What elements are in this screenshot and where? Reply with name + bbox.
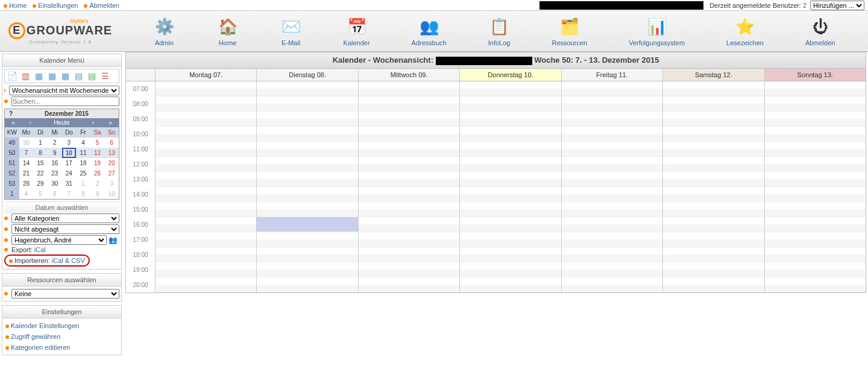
minical-day[interactable]: 20: [104, 158, 119, 168]
day-header[interactable]: Freitag 11.: [561, 69, 662, 81]
hour-cell[interactable]: [257, 142, 357, 157]
hour-cell[interactable]: [359, 96, 459, 112]
hour-cell[interactable]: [562, 81, 662, 96]
hour-cell[interactable]: [663, 172, 764, 187]
hour-cell[interactable]: [663, 232, 764, 247]
hour-cell[interactable]: [257, 81, 357, 96]
hour-cell[interactable]: [765, 232, 866, 247]
hour-cell[interactable]: [562, 187, 662, 202]
hour-cell[interactable]: [562, 157, 662, 172]
minical-day[interactable]: 27: [104, 168, 119, 179]
people-icon[interactable]: 👥: [108, 236, 119, 244]
minical-day[interactable]: 16: [48, 158, 62, 168]
minical-day[interactable]: 3: [104, 179, 119, 189]
hour-cell[interactable]: [156, 202, 256, 217]
hour-cell[interactable]: [765, 172, 866, 187]
hour-cell[interactable]: [765, 112, 866, 127]
app-ressourcen[interactable]: 🗂️Ressourcen: [552, 16, 587, 46]
minical-day[interactable]: 28: [19, 179, 34, 189]
hour-cell[interactable]: [359, 262, 459, 277]
minical-day[interactable]: 4: [19, 189, 34, 199]
hour-cell[interactable]: [156, 172, 256, 187]
hour-cell[interactable]: [359, 157, 459, 172]
minical-next-month[interactable]: ›: [85, 118, 102, 127]
hour-cell[interactable]: [257, 232, 357, 247]
topnav-home[interactable]: Home: [4, 2, 27, 9]
user-select[interactable]: Hagenbruch, André: [11, 235, 107, 245]
hour-cell[interactable]: [562, 217, 662, 232]
day-column[interactable]: [764, 81, 866, 293]
hour-cell[interactable]: [257, 96, 357, 112]
hour-cell[interactable]: [359, 277, 459, 293]
hour-cell[interactable]: [156, 96, 256, 112]
hour-cell[interactable]: [460, 81, 561, 96]
minical-day[interactable]: 11: [76, 148, 90, 158]
hour-cell[interactable]: [663, 127, 764, 142]
users-count[interactable]: 2: [803, 2, 807, 9]
hour-cell[interactable]: [663, 81, 764, 96]
hour-cell[interactable]: [359, 187, 459, 202]
app-verfolgung[interactable]: 📊Verfolgungssystem: [629, 16, 685, 46]
hour-cell[interactable]: [562, 202, 662, 217]
hour-cell[interactable]: [359, 112, 459, 127]
hour-cell[interactable]: [257, 187, 357, 202]
app-email[interactable]: ✉️E-Mail: [280, 16, 302, 46]
minical-day[interactable]: 30: [48, 179, 62, 189]
minical-day[interactable]: 10: [104, 189, 119, 199]
hour-cell[interactable]: [359, 247, 459, 262]
hour-cell[interactable]: [562, 277, 662, 293]
hour-cell[interactable]: [562, 127, 662, 142]
hour-cell[interactable]: [257, 217, 357, 232]
minical-day[interactable]: 13: [104, 148, 119, 158]
day-column[interactable]: [459, 81, 561, 293]
hour-cell[interactable]: [663, 142, 764, 157]
add-select[interactable]: Hinzufügen ...: [810, 1, 864, 10]
minical-day[interactable]: 3: [62, 138, 77, 148]
minical-day[interactable]: 6: [104, 138, 119, 148]
minical-day[interactable]: 24: [62, 168, 77, 179]
minical-day[interactable]: 8: [33, 148, 48, 158]
hour-cell[interactable]: [663, 157, 764, 172]
hour-cell[interactable]: [562, 96, 662, 112]
hour-cell[interactable]: [359, 172, 459, 187]
minical-day[interactable]: 5: [33, 189, 48, 199]
status-select[interactable]: Nicht abgesagt: [11, 224, 119, 234]
hour-cell[interactable]: [765, 187, 866, 202]
minical-day[interactable]: 9: [90, 189, 105, 199]
minical-prev-year[interactable]: «: [5, 118, 22, 127]
hour-cell[interactable]: [156, 217, 256, 232]
settings-link[interactable]: Zugriff gewähren: [11, 333, 60, 340]
hour-cell[interactable]: [765, 262, 866, 277]
hour-cell[interactable]: [359, 217, 459, 232]
hour-cell[interactable]: [663, 187, 764, 202]
minical-day[interactable]: 31: [62, 179, 77, 189]
hour-cell[interactable]: [460, 262, 561, 277]
hour-cell[interactable]: [460, 172, 561, 187]
app-adressbuch[interactable]: 👥Adressbuch: [412, 16, 447, 46]
hour-cell[interactable]: [765, 202, 866, 217]
hour-cell[interactable]: [460, 142, 561, 157]
hour-cell[interactable]: [460, 157, 561, 172]
hour-cell[interactable]: [663, 247, 764, 262]
hour-cell[interactable]: [460, 232, 561, 247]
import-row[interactable]: Importieren: iCal & CSV: [4, 255, 90, 267]
hour-cell[interactable]: [257, 172, 357, 187]
day-header[interactable]: Montag 07.: [155, 69, 256, 81]
week-view-icon[interactable]: ▦: [46, 71, 57, 81]
minical-day[interactable]: 4: [76, 138, 90, 148]
hour-cell[interactable]: [460, 127, 561, 142]
hour-cell[interactable]: [663, 262, 764, 277]
hour-cell[interactable]: [257, 277, 357, 293]
hour-cell[interactable]: [663, 96, 764, 112]
hour-cell[interactable]: [156, 81, 256, 96]
hour-cell[interactable]: [460, 217, 561, 232]
minical-day[interactable]: 19: [90, 158, 105, 168]
app-lesezeichen[interactable]: ⭐Lesezeichen: [726, 16, 764, 46]
day-column[interactable]: [561, 81, 662, 293]
hour-cell[interactable]: [359, 142, 459, 157]
hour-cell[interactable]: [359, 232, 459, 247]
hour-cell[interactable]: [460, 96, 561, 112]
topnav-logout[interactable]: Abmelden: [84, 2, 119, 9]
day-header[interactable]: Samstag 12.: [662, 69, 764, 81]
hour-cell[interactable]: [257, 112, 357, 127]
